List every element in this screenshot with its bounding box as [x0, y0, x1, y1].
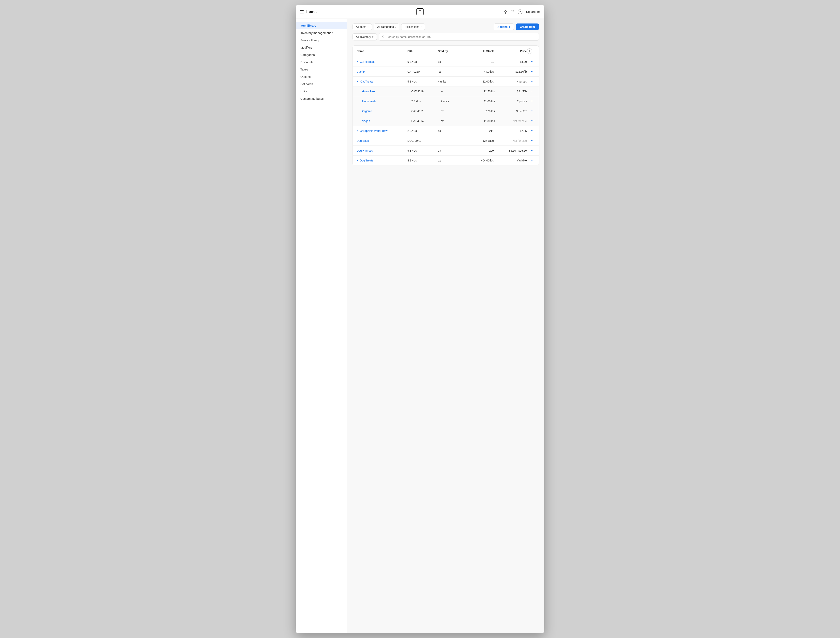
cell-price: Variable [494, 159, 527, 162]
row-menu-button[interactable]: ··· [527, 89, 535, 93]
sidebar-item-modifiers[interactable]: Modifiers [296, 44, 347, 51]
cell-price: 4 prices [494, 80, 527, 83]
sidebar-item-categories[interactable]: Categories [296, 51, 347, 58]
create-item-button[interactable]: Create item [516, 24, 539, 30]
cell-sku: 2 SKUs [411, 99, 441, 103]
search-input[interactable] [387, 35, 535, 38]
sidebar-item-units[interactable]: Units [296, 88, 347, 95]
row-menu-button[interactable]: ··· [527, 158, 535, 163]
row-menu-button[interactable]: ··· [527, 60, 535, 64]
page-title: Items [306, 9, 317, 14]
sidebar-item-custom-attributes[interactable]: Custom attributes [296, 95, 347, 102]
all-locations-filter[interactable]: All locations ▾ [401, 24, 425, 30]
item-name-collapsible-water-bowl[interactable]: ▶ Collapsible Water Bowl [357, 129, 407, 133]
table-row: ▶ Collapsible Water Bowl 2 SKUs ea 211 $… [353, 126, 538, 136]
cell-in-stock: 211 [463, 129, 494, 133]
item-name-dog-treats[interactable]: ▶ Dog Treats [357, 159, 407, 162]
sidebar-item-options[interactable]: Options [296, 73, 347, 81]
chevron-down-icon: ▾ [509, 25, 510, 28]
cell-sold-by: oz [438, 159, 463, 162]
header-right: ⚲ ♡ ? Square Inc [504, 9, 540, 14]
row-menu-button[interactable]: ··· [527, 109, 535, 113]
cell-sku: 5 SKUs [407, 80, 438, 83]
table-row: ▼ Cat Treats 5 SKUs 4 units 82.00 lbs 4 … [353, 77, 538, 87]
cell-price: $8.90 [494, 60, 527, 63]
sidebar-item-taxes[interactable]: Taxes [296, 66, 347, 73]
cell-price: $5.50 - $25.50 [494, 149, 527, 152]
row-menu-button[interactable]: ··· [527, 79, 535, 84]
cell-price: 2 prices [495, 99, 527, 103]
chevron-down-icon: ▾ [372, 35, 373, 38]
user-name: Square Inc [526, 10, 540, 13]
row-menu-button[interactable]: ··· [527, 69, 535, 74]
cell-sku: CAT-4061 [411, 109, 441, 113]
sidebar-label-modifiers: Modifiers [300, 46, 313, 49]
cell-in-stock: 21 [463, 60, 494, 63]
items-table: Name SKU Sold by In Stock Price + ▶ Cat … [352, 46, 539, 166]
col-price: Price [494, 49, 527, 53]
sidebar-item-inventory-management[interactable]: Inventory management ▾ [296, 29, 347, 36]
row-menu-button[interactable]: ··· [527, 99, 535, 103]
cell-sku: 4 SKUs [407, 159, 438, 162]
chevron-right-icon: ▶ [357, 159, 358, 162]
chevron-right-icon: ▶ [357, 60, 358, 63]
table-row: Dog Bags DOG-0041 -- 127 case Not for sa… [353, 136, 538, 146]
cell-sold-by: 2 units [441, 99, 465, 103]
cell-in-stock: 22.50 lbs [466, 90, 495, 93]
sidebar-item-service-library[interactable]: Service library [296, 36, 347, 44]
row-menu-button[interactable]: ··· [527, 148, 535, 153]
cell-in-stock: 7.20 lbs [466, 109, 495, 113]
all-categories-filter[interactable]: All categories ▾ [374, 24, 399, 30]
cell-sold-by: oz [441, 109, 465, 113]
item-name-grain-free[interactable]: Grain Free [362, 90, 411, 93]
chevron-down-icon: ▼ [357, 81, 359, 83]
table-row: Vegan CAT-4014 oz 11.30 lbs Not for sale… [353, 116, 538, 126]
sidebar-label-item-library: Item library [300, 24, 316, 27]
cell-price-not-for-sale: Not for sale [495, 119, 527, 123]
add-column-button[interactable]: + [527, 48, 532, 54]
cell-sku: CAT-4014 [411, 119, 441, 123]
cell-price-not-for-sale: Not for sale [494, 139, 527, 142]
search-icon[interactable]: ⚲ [504, 9, 507, 14]
help-icon[interactable]: ? [518, 9, 523, 14]
actions-label: Actions [497, 25, 507, 28]
layout: Item library Inventory management ▾ Serv… [296, 19, 544, 633]
bell-icon[interactable]: ♡ [511, 9, 514, 14]
cell-price: $12.50/lb [494, 70, 527, 73]
all-inventory-label: All inventory [356, 35, 371, 38]
sidebar: Item library Inventory management ▾ Serv… [296, 19, 347, 633]
actions-button[interactable]: Actions ▾ [494, 24, 514, 30]
item-name-dog-bags[interactable]: Dog Bags [357, 139, 407, 142]
chevron-down-icon: ▾ [395, 26, 396, 28]
sidebar-item-item-library[interactable]: Item library [296, 22, 347, 29]
item-name-homemade[interactable]: Homemade [362, 99, 411, 103]
filter-bar: All items ▾ All categories ▾ All locatio… [352, 24, 539, 30]
search-icon: ⚲ [382, 35, 384, 39]
sidebar-item-gift-cards[interactable]: Gift cards [296, 81, 347, 88]
all-locations-label: All locations [404, 25, 419, 28]
chevron-icon: ▾ [332, 32, 333, 34]
col-name: Name [357, 49, 407, 53]
cell-sold-by: ea [438, 129, 463, 133]
sidebar-label-units: Units [300, 90, 307, 93]
item-name-dog-harness[interactable]: Dog Harness [357, 149, 407, 152]
search-row: All inventory ▾ ⚲ [352, 33, 539, 41]
chevron-down-icon: ▾ [368, 26, 368, 28]
hamburger-menu[interactable] [300, 10, 303, 13]
cell-sku: 2 SKUs [407, 129, 438, 133]
cell-sku: CAT-4019 [411, 90, 441, 93]
row-menu-button[interactable]: ··· [527, 129, 535, 133]
table-row: Grain Free CAT-4019 -- 22.50 lbs $8.45/l… [353, 87, 538, 96]
item-name-cat-treats[interactable]: ▼ Cat Treats [357, 80, 407, 83]
table-row: Dog Harness 9 SKUs ea 299 $5.50 - $25.50… [353, 146, 538, 156]
all-items-filter[interactable]: All items ▾ [352, 24, 372, 30]
item-name-organic[interactable]: Organic [362, 109, 411, 113]
all-inventory-filter[interactable]: All inventory ▾ [352, 33, 377, 41]
cell-in-stock: 299 [463, 149, 494, 152]
item-name-cat-harness[interactable]: ▶ Cat Harness [357, 60, 407, 63]
item-name-catnip[interactable]: Catnip [357, 70, 407, 73]
row-menu-button[interactable]: ··· [527, 139, 535, 143]
row-menu-button[interactable]: ··· [527, 119, 535, 123]
sidebar-item-discounts[interactable]: Discounts [296, 58, 347, 66]
item-name-vegan[interactable]: Vegan [362, 119, 411, 123]
